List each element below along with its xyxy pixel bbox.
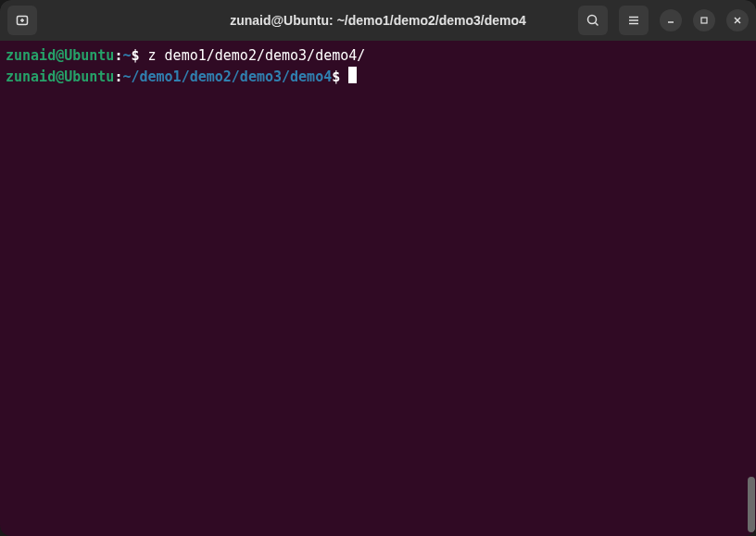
terminal-line: zunaid@Ubuntu:~$ z demo1/demo2/demo3/dem…	[6, 46, 750, 67]
cursor	[348, 67, 357, 83]
close-button[interactable]	[726, 9, 749, 31]
prompt-dollar: $	[131, 47, 147, 64]
window-title: zunaid@Ubuntu: ~/demo1/demo2/demo3/demo4	[230, 13, 526, 28]
minimize-button[interactable]	[660, 9, 682, 31]
prompt-userhost: zunaid@Ubuntu	[6, 69, 114, 85]
command-text: z demo1/demo2/demo3/demo4/	[148, 47, 366, 64]
scrollbar[interactable]	[747, 477, 756, 532]
svg-rect-9	[701, 18, 707, 23]
titlebar-left	[7, 6, 37, 35]
new-tab-button[interactable]	[7, 6, 37, 35]
menu-button[interactable]	[619, 6, 649, 35]
svg-line-4	[596, 23, 598, 26]
prompt-path: ~/demo1/demo2/demo3/demo4	[122, 69, 332, 85]
maximize-button[interactable]	[693, 9, 715, 31]
prompt-dollar: $	[332, 69, 348, 85]
prompt-userhost: zunaid@Ubuntu	[6, 47, 114, 64]
terminal-body[interactable]: zunaid@Ubuntu:~$ z demo1/demo2/demo3/dem…	[0, 41, 756, 536]
svg-point-3	[588, 16, 597, 24]
titlebar-right	[578, 6, 749, 35]
scrollbar-thumb[interactable]	[748, 477, 755, 532]
search-button[interactable]	[578, 6, 608, 35]
window-titlebar: zunaid@Ubuntu: ~/demo1/demo2/demo3/demo4	[0, 0, 756, 41]
terminal-line: zunaid@Ubuntu:~/demo1/demo2/demo3/demo4$	[6, 67, 750, 88]
